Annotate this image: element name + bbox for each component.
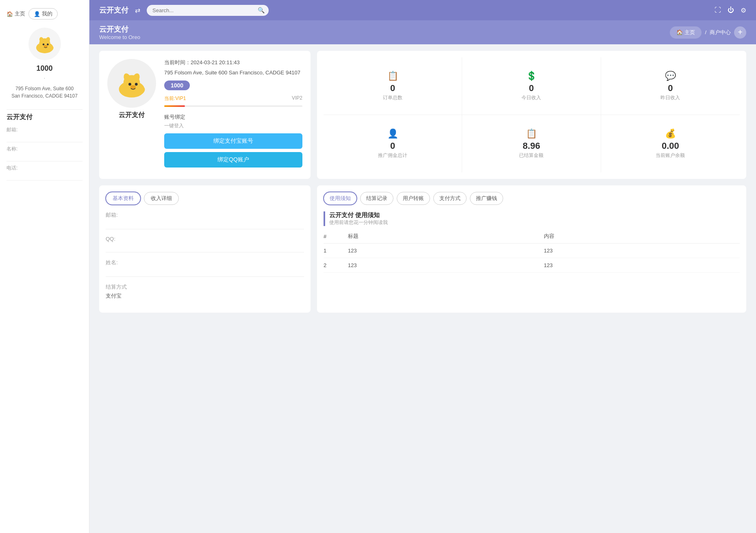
profile-avatar-section: 云开支付 [107, 59, 156, 171]
table-cell-index: 1 [324, 244, 348, 258]
top-cards-row: 云开支付 当前时间：2024-03-21 20:11:43 795 Folsom… [99, 51, 746, 179]
breadcrumb-home-button[interactable]: 🏠 主页 [670, 26, 702, 39]
stat-promo-label: 推广佣金总计 [378, 152, 407, 159]
stat-settled-label: 已结算金额 [519, 152, 543, 159]
fullscreen-button[interactable]: ⛶ [715, 7, 721, 14]
sidebar-email-value [7, 133, 83, 142]
stats-card: 📋 0 订单总数 💲 0 今日收入 💬 0 昨日收入 👤 0 [317, 51, 746, 179]
stat-balance-label: 当前账户余额 [656, 152, 685, 159]
tab-notice[interactable]: 使用须知 [324, 192, 357, 205]
tab-payment-methods[interactable]: 支付方式 [433, 192, 467, 205]
stat-item-orders: 📋 0 订单总数 [324, 57, 462, 115]
search-input[interactable] [147, 5, 269, 16]
vip-next-label: VIP2 [292, 95, 302, 102]
sub-header: 云开支付 Welcome to Oreo 🏠 主页 / 商户中心 + [89, 20, 756, 44]
tab-user-transfer[interactable]: 用户转账 [397, 192, 430, 205]
vip-badge: 1000 [164, 80, 190, 90]
notice-subtitle: 使用前请您花一分钟阅读我 [329, 219, 740, 226]
right-panel-tabs: 使用须知 结算记录 用户转账 支付方式 推广赚钱 [324, 192, 740, 205]
form-field-qq: QQ: [106, 236, 304, 252]
avatar-dog-icon [33, 34, 57, 54]
table-col-title: 标题 [348, 229, 544, 244]
settings-button[interactable]: ⚙ [741, 7, 746, 14]
form-qq-label: QQ: [106, 236, 304, 242]
stat-balance-value: 0.00 [662, 141, 679, 151]
avatar [28, 28, 61, 60]
header-title: 云开支付 [99, 5, 128, 15]
form-settle-label: 结算方式 [106, 283, 304, 291]
sidebar-my-button[interactable]: 👤 我的 [28, 8, 58, 20]
table-cell-title: 123 [348, 258, 544, 273]
vip-current-label: 当前:VIP1 [164, 95, 186, 102]
stat-item-promo: 👤 0 推广佣金总计 [324, 115, 462, 173]
profile-name: 云开支付 [119, 111, 145, 120]
orders-icon: 📋 [387, 71, 398, 81]
home-icon: 🏠 [7, 11, 13, 17]
breadcrumb-home-label: 主页 [684, 29, 695, 36]
stat-item-yesterday: 💬 0 昨日收入 [601, 57, 740, 115]
sidebar-home-label: 主页 [15, 10, 25, 17]
header-icons: ⛶ ⏻ ⚙ [715, 7, 746, 14]
sidebar-divider [7, 109, 83, 110]
right-panel: 使用须知 结算记录 用户转账 支付方式 推广赚钱 云开支付 使用须知 使用前请您… [317, 185, 746, 313]
table-cell-content: 123 [544, 258, 740, 273]
basic-info-tabs: 基本资料 收入详细 [106, 192, 304, 205]
sidebar-uid: 1000 [36, 64, 52, 73]
bottom-row: 基本资料 收入详细 邮箱: QQ: 姓名: 结算方式 支付宝 [99, 185, 746, 313]
sidebar-top-nav: 🏠 主页 👤 我的 [7, 8, 83, 20]
profile-dog-icon [113, 68, 150, 99]
svg-point-4 [42, 44, 44, 46]
profile-card: 云开支付 当前时间：2024-03-21 20:11:43 795 Folsom… [99, 51, 311, 179]
vip-progress-bar [164, 105, 302, 107]
stat-settled-value: 8.96 [523, 141, 540, 151]
profile-info-section: 当前时间：2024-03-21 20:11:43 795 Folsom Ave,… [164, 59, 302, 171]
form-field-name: 姓名: [106, 259, 304, 277]
form-field-settle: 结算方式 支付宝 [106, 283, 304, 300]
sidebar-email-label: 邮箱: [7, 126, 17, 133]
power-button[interactable]: ⏻ [728, 7, 734, 14]
sidebar-address: 795 Folsom Ave, Suite 600 San Francisco,… [11, 85, 78, 100]
table-cell-content: 123 [544, 244, 740, 258]
tab-basic-info[interactable]: 基本资料 [106, 192, 141, 205]
notice-table: # 标题 内容 1 123 123 2 123 123 [324, 229, 740, 273]
tab-settle-records[interactable]: 结算记录 [360, 192, 393, 205]
yesterday-income-icon: 💬 [665, 71, 676, 81]
tab-promo-earn[interactable]: 推广赚钱 [470, 192, 503, 205]
sub-header-left: 云开支付 Welcome to Oreo [99, 24, 140, 40]
tab-income-detail[interactable]: 收入详细 [144, 192, 179, 205]
profile-address: 795 Folsom Ave, Suite 600 San Francisco,… [164, 70, 302, 76]
form-qq-value [106, 244, 304, 252]
basic-info-panel: 基本资料 收入详细 邮箱: QQ: 姓名: 结算方式 支付宝 [99, 185, 311, 313]
table-col-content: 内容 [544, 229, 740, 244]
bind-subtitle: 一键登入 [164, 122, 302, 129]
table-cell-index: 2 [324, 258, 348, 273]
form-settle-value: 支付宝 [106, 292, 304, 300]
swap-icon[interactable]: ⇄ [135, 7, 140, 14]
bind-title: 账号绑定 [164, 113, 302, 121]
notice-title: 云开支付 使用须知 [329, 211, 740, 219]
profile-time: 当前时间：2024-03-21 20:11:43 [164, 59, 302, 66]
search-box: 🔍 [147, 5, 269, 16]
profile-avatar [107, 59, 156, 108]
table-col-index: # [324, 229, 348, 244]
add-button[interactable]: + [734, 26, 746, 39]
user-icon: 👤 [34, 11, 40, 17]
bind-qq-button[interactable]: 绑定QQ账户 [164, 152, 302, 168]
balance-icon: 💰 [665, 128, 676, 139]
sidebar-home-button[interactable]: 🏠 主页 [7, 8, 25, 20]
content: 云开支付 当前时间：2024-03-21 20:11:43 795 Folsom… [89, 44, 756, 533]
sidebar-my-label: 我的 [42, 10, 52, 17]
stat-item-settled: 📋 8.96 已结算金额 [462, 115, 601, 173]
stat-orders-label: 订单总数 [383, 94, 402, 101]
sidebar-name-label: 名称: [7, 146, 17, 152]
stat-yesterday-value: 0 [668, 83, 673, 94]
header: 云开支付 ⇄ 🔍 ⛶ ⏻ ⚙ [89, 0, 756, 20]
search-icon: 🔍 [258, 7, 265, 13]
stat-item-today: 💲 0 今日收入 [462, 57, 601, 115]
breadcrumb-separator: / [705, 29, 706, 35]
bind-alipay-button[interactable]: 绑定支付宝账号 [164, 133, 302, 149]
breadcrumb-current: 商户中心 [710, 29, 731, 36]
main-area: 云开支付 ⇄ 🔍 ⛶ ⏻ ⚙ 云开支付 Welcome to Oreo 🏠 主页… [89, 0, 756, 533]
table-row: 1 123 123 [324, 244, 740, 258]
svg-point-5 [47, 44, 49, 46]
